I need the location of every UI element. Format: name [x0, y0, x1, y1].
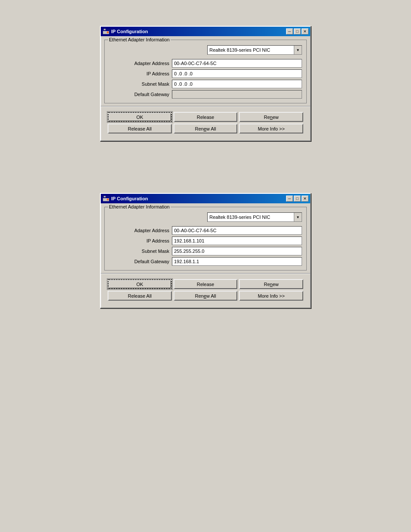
- renew-all-button-2[interactable]: Renew All: [174, 291, 238, 301]
- adapter-dropdown-1[interactable]: Realtek 8139-series PCI NIC ▼: [207, 45, 302, 55]
- svg-point-9: [107, 199, 108, 200]
- separator-2: [101, 273, 310, 274]
- label-ip-addr-2: IP Address: [109, 238, 169, 243]
- label-gateway-2: Default Gateway: [109, 259, 169, 264]
- close-button-1[interactable]: ✕: [302, 28, 308, 34]
- maximize-button-1[interactable]: □: [294, 28, 301, 34]
- ok-button-1[interactable]: OK: [108, 112, 172, 122]
- svg-rect-7: [104, 196, 106, 197]
- app-icon-1: [103, 28, 109, 35]
- close-icon-1: ✕: [303, 29, 307, 34]
- arrow-down-icon-2: ▼: [296, 215, 300, 219]
- group-box-2: Ethernet Adapter Information Realtek 813…: [104, 207, 307, 271]
- close-button-2[interactable]: ✕: [302, 196, 308, 202]
- ok-button-2[interactable]: OK: [108, 279, 172, 289]
- info-grid-1: Adapter Address 00-A0-0C-C7-64-5C IP Add…: [109, 59, 302, 99]
- window-body-1: Ethernet Adapter Information Realtek 813…: [101, 36, 310, 140]
- window-body-2: Ethernet Adapter Information Realtek 813…: [101, 203, 310, 308]
- label-gateway-1: Default Gateway: [109, 92, 169, 97]
- dropdown-arrow-2[interactable]: ▼: [294, 213, 302, 221]
- title-bar-1: IP Configuration ─ □ ✕: [101, 27, 310, 36]
- button-area-1: OK Release Renew Release All Renew All M…: [104, 109, 307, 137]
- label-subnet-2: Subnet Mask: [109, 249, 169, 254]
- value-adapter-addr-1: 00-A0-0C-C7-64-5C: [172, 59, 302, 68]
- label-adapter-addr-1: Adapter Address: [109, 61, 169, 66]
- more-info-button-1[interactable]: More Info >>: [239, 124, 303, 134]
- value-ip-addr-1: 0 .0 .0 .0: [172, 69, 302, 78]
- close-icon-2: ✕: [303, 196, 307, 201]
- minimize-button-1[interactable]: ─: [286, 28, 293, 34]
- release-button-1[interactable]: Release: [174, 112, 238, 122]
- renew-all-button-1[interactable]: Renew All: [174, 124, 238, 134]
- minimize-icon-1: ─: [288, 29, 291, 34]
- maximize-icon-2: □: [296, 196, 298, 201]
- adapter-value-2: Realtek 8139-series PCI NIC: [208, 214, 294, 221]
- renew-button-1[interactable]: Renew: [239, 112, 303, 122]
- maximize-icon-1: □: [296, 29, 298, 34]
- release-all-button-1[interactable]: Release All: [108, 124, 172, 134]
- adapter-value-1: Realtek 8139-series PCI NIC: [208, 47, 294, 53]
- release-all-button-2[interactable]: Release All: [108, 291, 172, 301]
- dropdown-arrow-1[interactable]: ▼: [294, 46, 302, 54]
- more-info-button-2[interactable]: More Info >>: [239, 291, 303, 301]
- adapter-dropdown-2[interactable]: Realtek 8139-series PCI NIC ▼: [207, 212, 302, 222]
- ip-config-window-1: IP Configuration ─ □ ✕ Ethernet Adapter …: [100, 26, 311, 141]
- arrow-down-icon-1: ▼: [296, 48, 300, 52]
- value-gateway-2: 192.168.1.1: [172, 257, 302, 266]
- label-subnet-1: Subnet Mask: [109, 81, 169, 87]
- renew-button-2[interactable]: Renew: [239, 279, 303, 289]
- value-ip-addr-2: 192.168.1.101: [172, 236, 302, 245]
- adapter-row-1: Realtek 8139-series PCI NIC ▼: [109, 45, 302, 55]
- ip-config-window-2: IP Configuration ─ □ ✕ Ethernet Adapter …: [100, 193, 311, 308]
- window-title-1: IP Configuration: [111, 29, 284, 34]
- title-bar-controls-1: ─ □ ✕: [286, 28, 308, 34]
- maximize-button-2[interactable]: □: [294, 196, 301, 202]
- value-subnet-2: 255.255.255.0: [172, 247, 302, 255]
- button-area-2: OK Release Renew Release All Renew All M…: [104, 277, 307, 304]
- minimize-icon-2: ─: [288, 196, 291, 201]
- label-ip-addr-1: IP Address: [109, 71, 169, 76]
- value-subnet-1: 0 .0 .0 .0: [172, 80, 302, 88]
- value-gateway-1: [172, 90, 302, 99]
- group-label-2: Ethernet Adapter Information: [108, 204, 171, 209]
- svg-point-4: [107, 32, 108, 33]
- title-bar-controls-2: ─ □ ✕: [286, 196, 308, 202]
- window-title-2: IP Configuration: [111, 196, 284, 201]
- value-adapter-addr-2: 00-A0-0C-C7-64-5C: [172, 226, 302, 235]
- label-adapter-addr-2: Adapter Address: [109, 228, 169, 233]
- group-label-1: Ethernet Adapter Information: [108, 37, 171, 42]
- minimize-button-2[interactable]: ─: [286, 196, 293, 202]
- app-icon-2: [103, 195, 109, 202]
- release-button-2[interactable]: Release: [174, 279, 238, 289]
- svg-rect-2: [104, 29, 106, 30]
- title-bar-2: IP Configuration ─ □ ✕: [101, 194, 310, 203]
- info-grid-2: Adapter Address 00-A0-0C-C7-64-5C IP Add…: [109, 226, 302, 266]
- separator-1: [101, 106, 310, 107]
- adapter-row-2: Realtek 8139-series PCI NIC ▼: [109, 212, 302, 222]
- group-box-1: Ethernet Adapter Information Realtek 813…: [104, 40, 307, 103]
